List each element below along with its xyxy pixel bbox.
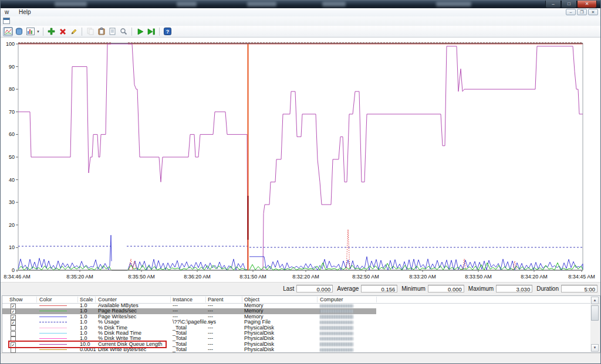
zoom-icon[interactable] [119, 27, 129, 36]
child-close-button[interactable]: ✕ [588, 9, 598, 15]
computer-cell-redacted [320, 337, 353, 341]
close-button[interactable]: ✕ [577, 1, 597, 8]
redacted-title-text [177, 2, 197, 6]
column-separator[interactable] [376, 297, 377, 302]
color-swatch [39, 349, 67, 350]
scroll-up-button[interactable]: ▲ [591, 297, 599, 304]
counter-row-available-mbytes[interactable]: ✓1.0Available MBytes------Memory [2, 303, 590, 308]
column-header-show[interactable]: Show [9, 297, 23, 302]
add-counter-icon[interactable] [46, 27, 56, 36]
perfmon-toolbar: ▼? [1, 26, 601, 38]
chart-type-dropdown-arrow[interactable]: ▼ [36, 27, 40, 36]
y-tick-label: 50 [9, 154, 15, 160]
counter-row--disk-time[interactable]: 1.0% Disk Time_Total---PhysicalDisk [2, 325, 590, 331]
column-header-object[interactable]: Object [244, 297, 259, 302]
view-current-activity-icon[interactable] [3, 27, 13, 36]
y-tick-label: 0 [12, 267, 15, 273]
x-tick-label: 8:35:50 AM [128, 274, 155, 280]
stat-label-last: Last [283, 285, 294, 292]
toolbar-separator [82, 28, 82, 36]
column-separator[interactable] [95, 297, 96, 302]
object-cell: PhysicalDisk [244, 347, 274, 352]
menu-item-window-partial[interactable]: w [1, 8, 13, 15]
series-page-writes-sec [18, 235, 112, 270]
highlight-icon[interactable] [69, 27, 79, 36]
help-icon[interactable]: ? [163, 27, 173, 36]
instance-cell: _Total [173, 347, 187, 352]
x-tick-label: 8:33:20 AM [409, 274, 436, 280]
performance-line-chart: 10090807060504030201008:34:46 AM8:35:20 … [1, 38, 601, 282]
update-data-icon[interactable] [146, 27, 156, 36]
stat-label-minimum: Minimum [401, 285, 426, 292]
counter-row--disk-write-time[interactable]: 1.0% Disk Write Time_Total---PhysicalDis… [2, 336, 590, 341]
counter-row-page-writes-sec[interactable]: ✓1.0Page Writes/sec------Memory [2, 314, 590, 319]
properties-icon[interactable] [107, 27, 117, 36]
stat-value-duration: 5:00 [561, 285, 597, 292]
column-separator[interactable] [317, 297, 318, 302]
column-header-computer[interactable]: Computer [320, 297, 343, 302]
performance-monitor-window: – □ ✕ w Help – ❐ ✕ ▼? 100908070605040302… [0, 0, 601, 364]
column-separator[interactable] [205, 297, 206, 302]
column-header-scale[interactable]: Scale [80, 297, 93, 302]
minimize-button[interactable]: – [545, 1, 561, 8]
copy-properties-icon[interactable] [85, 27, 95, 36]
color-swatch [39, 322, 67, 322]
svg-text:?: ? [166, 29, 170, 35]
counter-row-page-reads-sec[interactable]: ✓1.0Page Reads/sec------Memory [2, 308, 376, 314]
series-current-disk-queue-length [18, 44, 248, 270]
column-separator[interactable] [170, 297, 171, 302]
scale-cell: 0.0001 [80, 347, 96, 352]
menu-item-help[interactable]: Help [15, 8, 35, 15]
column-header-counter[interactable]: Counter [98, 297, 117, 302]
maximize-button[interactable]: □ [561, 1, 577, 8]
view-log-data-icon[interactable] [14, 27, 24, 36]
paste-counter-list-icon[interactable] [96, 27, 106, 36]
y-tick-label: 80 [9, 86, 15, 92]
x-tick-label: 8:32:20 AM [292, 274, 319, 280]
computer-cell-redacted [320, 315, 353, 319]
table-scrollbar[interactable]: ▲ ▼ [590, 297, 599, 352]
scroll-down-button[interactable]: ▼ [591, 344, 599, 352]
y-tick-label: 10 [9, 244, 15, 250]
scrollbar-thumb[interactable] [591, 305, 599, 321]
stat-label-average: Average [337, 285, 359, 292]
column-separator[interactable] [77, 297, 78, 302]
series-page-writes-sec [249, 257, 583, 270]
column-separator[interactable] [36, 297, 37, 302]
title-bar[interactable]: – □ ✕ [1, 1, 601, 8]
x-tick-label: 8:31:50 AM [239, 274, 266, 280]
freeze-display-icon[interactable] [135, 27, 145, 36]
x-tick-label: 8:34:45 AM [568, 274, 595, 280]
show-hide-console-tree-icon[interactable] [3, 18, 10, 24]
column-header-color[interactable]: Color [39, 297, 52, 302]
child-minimize-button[interactable]: – [566, 9, 576, 15]
show-checkbox[interactable] [11, 348, 16, 353]
computer-cell-redacted [320, 304, 353, 308]
stat-label-maximum: Maximum [468, 285, 494, 292]
color-swatch [39, 328, 67, 328]
x-tick-label: 8:33:50 AM [465, 274, 492, 280]
counter-row--usage[interactable]: ✓1.0% Usage\??\C:\pagefile.sys---Paging … [2, 319, 590, 325]
menu-bar: w Help – ❐ ✕ [1, 8, 601, 17]
column-header-instance[interactable]: Instance [173, 297, 193, 302]
console-toolbar [1, 16, 601, 26]
column-header-parent[interactable]: Parent [208, 297, 224, 302]
x-tick-label: 8:32:50 AM [352, 274, 379, 280]
delete-counter-icon[interactable] [58, 27, 67, 36]
toolbar-separator [131, 28, 132, 36]
child-restore-button[interactable]: ❐ [577, 9, 587, 15]
y-tick-label: 90 [9, 64, 15, 70]
stat-value-maximum: 3.030 [496, 285, 532, 292]
column-separator[interactable] [242, 297, 242, 302]
computer-cell-redacted [320, 321, 353, 325]
computer-cell-redacted [320, 332, 353, 336]
chart-type-icon[interactable] [25, 27, 35, 36]
x-tick-label: 8:34:46 AM [4, 274, 31, 280]
color-swatch [39, 317, 67, 317]
color-swatch [39, 333, 67, 334]
y-tick-label: 20 [9, 222, 15, 228]
counter-row-disk-write-bytes-sec[interactable]: 0.0001Disk Write Bytes/sec_Total---Physi… [2, 347, 590, 352]
counter-row--disk-read-time[interactable]: 1.0% Disk Read Time_Total---PhysicalDisk [2, 331, 590, 336]
color-swatch [39, 344, 67, 345]
series-current-disk-queue-length [263, 46, 583, 270]
